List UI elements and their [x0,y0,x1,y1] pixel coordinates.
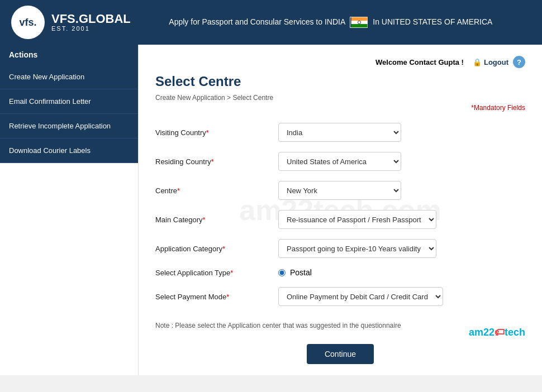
payment-mode-label: Select Payment Mode* [155,293,278,301]
centre-label: Centre* [155,187,278,195]
app-category-select[interactable]: Passport going to Expire-10 Years validi… [278,239,436,258]
india-flag-icon [350,17,368,28]
logo-vfs-inner: vfs. [19,17,36,27]
app-type-row: Select Application Type* Postal [155,268,525,277]
mandatory-note: *Mandatory Fields [155,104,525,112]
logo-circle: vfs. [11,6,45,39]
sidebar: Actions Create New Application Email Con… [0,45,139,375]
logo-est: EST. 2001 [51,25,131,32]
sidebar-item-email[interactable]: Email Confirmation Letter [0,89,138,114]
breadcrumb-part2: Select Centre [232,94,273,102]
visiting-country-row: Visiting Country* India [155,123,525,142]
app-category-label: Application Category* [155,245,278,253]
logo-vfs-text: vfs. [19,17,36,27]
logout-icon: 🔒 [473,58,482,66]
content-topbar: Welcome Contact Gupta ! 🔒 Logout ? [155,56,525,68]
payment-mode-select[interactable]: Online Payment by Debit Card / Credit Ca… [278,287,443,306]
site-header: vfs. VFS.GLOBAL EST. 2001 Apply for Pass… [0,0,542,45]
residing-country-label: Residing Country* [155,157,278,166]
main-category-row: Main Category* Re-issuance of Passport /… [155,210,525,229]
breadcrumb-separator: > [227,94,232,102]
app-type-radio-postal[interactable] [278,269,286,276]
breadcrumb: Create New Application > Select Centre [155,94,525,102]
svg-rect-0 [351,17,368,21]
sidebar-actions-header: Actions [0,45,138,65]
app-type-label: Select Application Type* [155,269,278,277]
logout-label: Logout [484,58,508,66]
help-icon[interactable]: ? [513,56,525,68]
logout-button[interactable]: 🔒 Logout [473,58,508,66]
location-text: In UNITED STATES OF AMERICA [373,17,492,26]
am22tech-brand: am22🏷tech [469,327,525,338]
page-title: Select Centre [155,74,525,89]
logo-name-group: VFS.GLOBAL EST. 2001 [51,13,131,32]
visiting-country-label: Visiting Country* [155,128,278,137]
app-type-radio-postal-label[interactable]: Postal [290,268,312,277]
breadcrumb-part1: Create New Application [155,94,225,102]
residing-country-select[interactable]: United States of America [278,152,401,171]
main-layout: Actions Create New Application Email Con… [0,45,542,375]
continue-button[interactable]: Continue [307,344,374,364]
tagline-text: Apply for Passport and Consular Services… [169,17,345,26]
centre-select[interactable]: New York [278,181,401,200]
header-tagline: Apply for Passport and Consular Services… [131,17,531,28]
sidebar-item-retrieve[interactable]: Retrieve Incomplete Application [0,114,138,138]
main-category-label: Main Category* [155,216,278,224]
visiting-country-select[interactable]: India [278,123,401,142]
payment-mode-row: Select Payment Mode* Online Payment by D… [155,287,525,306]
centre-row: Centre* New York [155,181,525,200]
welcome-text: Welcome Contact Gupta ! [375,58,464,66]
form-section: Visiting Country* India Residing Country… [155,123,525,364]
app-category-row: Application Category* Passport going to … [155,239,525,258]
svg-rect-1 [351,21,368,24]
main-category-select[interactable]: Re-issuance of Passport / Fresh Passport [278,210,436,229]
main-content: Welcome Contact Gupta ! 🔒 Logout ? Selec… [139,45,542,375]
app-type-radio-group: Postal [278,268,312,277]
sidebar-item-download[interactable]: Download Courier Labels [0,138,138,163]
continue-row: Continue [155,344,525,364]
note-text: Note : Please select the Application cen… [155,322,401,329]
residing-country-row: Residing Country* United States of Ameri… [155,152,525,171]
logo-vfs-global: VFS.GLOBAL [51,13,131,25]
sidebar-item-create[interactable]: Create New Application [0,65,138,89]
svg-rect-2 [351,24,368,27]
